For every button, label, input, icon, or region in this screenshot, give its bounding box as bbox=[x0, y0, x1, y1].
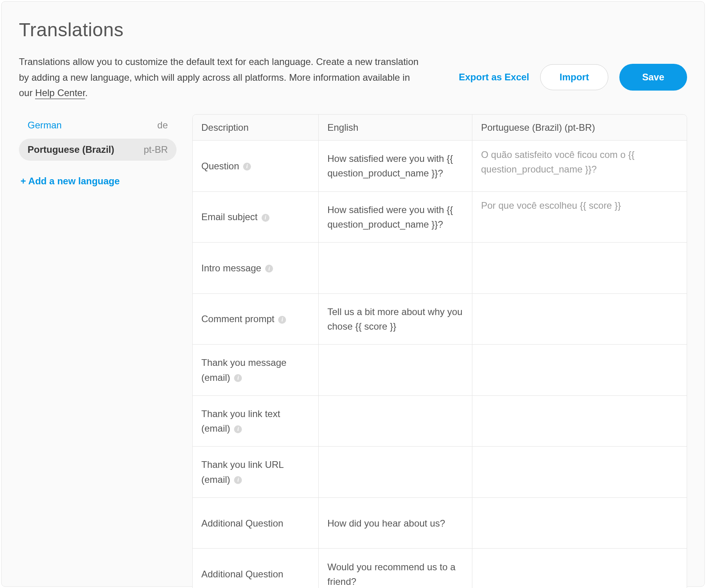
table-row: Additional QuestionHow did you hear abou… bbox=[193, 498, 687, 549]
row-translation-cell bbox=[472, 192, 687, 243]
table-row: Intro messagei bbox=[193, 243, 687, 294]
info-icon[interactable]: i bbox=[265, 265, 273, 273]
language-code: de bbox=[157, 120, 168, 131]
row-translation-cell bbox=[472, 141, 687, 192]
header-row: Translations allow you to customize the … bbox=[19, 54, 687, 101]
row-description: Intro messagei bbox=[193, 243, 319, 294]
language-item-portuguese-brazil[interactable]: Portuguese (Brazil) pt-BR bbox=[19, 139, 176, 161]
row-description: Additional Question bbox=[193, 498, 319, 549]
translation-input[interactable] bbox=[472, 445, 687, 495]
language-item-german[interactable]: German de bbox=[19, 114, 176, 136]
export-excel-button[interactable]: Export as Excel bbox=[459, 72, 530, 83]
info-icon[interactable]: i bbox=[234, 425, 242, 433]
row-translation-cell bbox=[472, 447, 687, 498]
table-row: Comment promptiTell us a bit more about … bbox=[193, 294, 687, 345]
language-name: Portuguese (Brazil) bbox=[28, 144, 114, 155]
row-description: Comment prompti bbox=[193, 294, 319, 345]
row-translation-cell bbox=[472, 243, 687, 294]
row-translation-cell bbox=[472, 294, 687, 345]
row-translation-cell bbox=[472, 345, 687, 396]
translation-input[interactable] bbox=[472, 343, 687, 393]
row-description-label: Comment prompt bbox=[201, 313, 274, 324]
table-row: Thank you link text (email)i bbox=[193, 396, 687, 447]
col-header-english: English bbox=[319, 115, 472, 141]
table-row: Thank you message (email)i bbox=[193, 345, 687, 396]
content-row: German de Portuguese (Brazil) pt-BR + Ad… bbox=[19, 114, 687, 588]
info-icon[interactable]: i bbox=[234, 476, 242, 484]
row-description-label: Intro message bbox=[201, 263, 261, 273]
action-bar: Export as Excel Import Save bbox=[459, 64, 687, 91]
table-row: QuestioniHow satisfied were you with {{ … bbox=[193, 141, 687, 192]
row-english: How satisfied were you with {{ question_… bbox=[319, 141, 472, 192]
add-language-button[interactable]: + Add a new language bbox=[19, 163, 176, 187]
col-header-description: Description bbox=[193, 115, 319, 141]
info-icon[interactable]: i bbox=[243, 163, 251, 171]
table-row: Thank you link URL (email)i bbox=[193, 447, 687, 498]
import-button[interactable]: Import bbox=[540, 64, 608, 90]
row-description: Email subjecti bbox=[193, 192, 319, 243]
translation-input[interactable] bbox=[472, 496, 687, 547]
row-description: Additional Question bbox=[193, 549, 319, 588]
help-center-link[interactable]: Help Center bbox=[35, 87, 85, 99]
translation-input[interactable] bbox=[472, 241, 687, 291]
row-description: Questioni bbox=[193, 141, 319, 192]
row-translation-cell bbox=[472, 549, 687, 588]
info-icon[interactable]: i bbox=[262, 214, 269, 222]
translation-input[interactable] bbox=[472, 139, 687, 189]
translation-input[interactable] bbox=[472, 394, 687, 445]
table-row: Additional QuestionWould you recommend u… bbox=[193, 549, 687, 588]
row-translation-cell bbox=[472, 396, 687, 447]
row-description: Thank you message (email)i bbox=[193, 345, 319, 396]
intro-text-b: . bbox=[85, 87, 88, 98]
table-header-row: Description English Portuguese (Brazil) … bbox=[193, 115, 687, 141]
translation-input[interactable] bbox=[472, 292, 687, 343]
row-translation-cell bbox=[472, 498, 687, 549]
translation-input[interactable] bbox=[472, 189, 687, 240]
language-list: German de Portuguese (Brazil) pt-BR + Ad… bbox=[19, 114, 176, 588]
row-description: Thank you link text (email)i bbox=[193, 396, 319, 447]
row-english: How did you hear about us? bbox=[319, 498, 472, 549]
page-title: Translations bbox=[19, 19, 687, 41]
translation-input[interactable] bbox=[472, 547, 687, 588]
info-icon[interactable]: i bbox=[278, 316, 286, 324]
row-description-label: Question bbox=[201, 161, 239, 171]
translations-table: Description English Portuguese (Brazil) … bbox=[192, 114, 687, 588]
row-english: How satisfied were you with {{ question_… bbox=[319, 192, 472, 243]
row-english: Tell us a bit more about why you chose {… bbox=[319, 294, 472, 345]
language-code: pt-BR bbox=[144, 144, 168, 155]
row-description-label: Thank you link URL (email) bbox=[201, 459, 284, 484]
row-english bbox=[319, 396, 472, 447]
row-english bbox=[319, 243, 472, 294]
save-button[interactable]: Save bbox=[619, 64, 687, 91]
row-description-label: Additional Question bbox=[201, 569, 283, 579]
language-name: German bbox=[28, 120, 62, 131]
row-description-label: Additional Question bbox=[201, 518, 283, 529]
row-description: Thank you link URL (email)i bbox=[193, 447, 319, 498]
intro-text: Translations allow you to customize the … bbox=[19, 54, 421, 101]
table-row: Email subjectiHow satisfied were you wit… bbox=[193, 192, 687, 243]
translations-panel: Translations Translations allow you to c… bbox=[1, 1, 705, 587]
row-description-label: Thank you message (email) bbox=[201, 357, 286, 382]
row-english: Would you recommend us to a friend? bbox=[319, 549, 472, 588]
col-header-target: Portuguese (Brazil) (pt-BR) bbox=[472, 115, 687, 141]
info-icon[interactable]: i bbox=[234, 374, 242, 382]
table-body: QuestioniHow satisfied were you with {{ … bbox=[193, 141, 687, 588]
row-description-label: Email subject bbox=[201, 211, 258, 222]
row-english bbox=[319, 345, 472, 396]
row-english bbox=[319, 447, 472, 498]
